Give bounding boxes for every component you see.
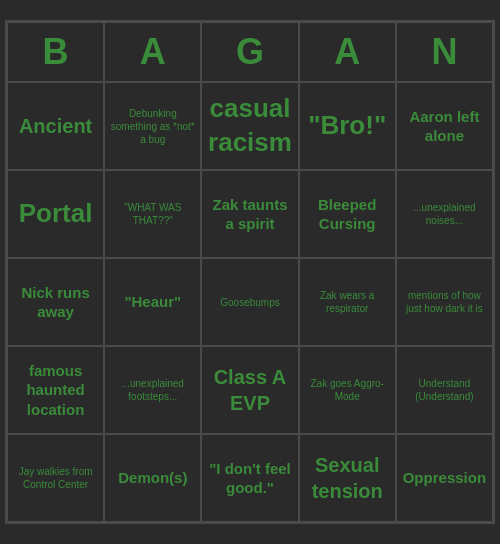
bingo-cell-8[interactable]: Bleeped Cursing <box>299 170 396 258</box>
bingo-cell-24[interactable]: Oppression <box>396 434 493 522</box>
bingo-cell-21[interactable]: Demon(s) <box>104 434 201 522</box>
bingo-cell-12[interactable]: Goosebumps <box>201 258 298 346</box>
header-g: G <box>201 22 298 82</box>
header-b: B <box>7 22 104 82</box>
bingo-header: B A G A N <box>7 22 493 82</box>
bingo-cell-19[interactable]: Understand (Understand) <box>396 346 493 434</box>
bingo-cell-20[interactable]: Jay walkies from Control Center <box>7 434 104 522</box>
bingo-cell-1[interactable]: Debunking something as *not* a bug <box>104 82 201 170</box>
bingo-cell-16[interactable]: ...unexplained footsteps... <box>104 346 201 434</box>
bingo-cell-7[interactable]: Zak taunts a spirit <box>201 170 298 258</box>
bingo-card: B A G A N AncientDebunking something as … <box>5 20 495 524</box>
bingo-cell-6[interactable]: "WHAT WAS THAT??" <box>104 170 201 258</box>
bingo-cell-15[interactable]: famous haunted location <box>7 346 104 434</box>
header-a2: A <box>299 22 396 82</box>
bingo-cell-18[interactable]: Zak goes Aggro-Mode <box>299 346 396 434</box>
bingo-cell-22[interactable]: "I don't feel good." <box>201 434 298 522</box>
bingo-cell-10[interactable]: Nick runs away <box>7 258 104 346</box>
bingo-cell-4[interactable]: Aaron left alone <box>396 82 493 170</box>
bingo-cell-3[interactable]: "Bro!" <box>299 82 396 170</box>
bingo-cell-13[interactable]: Zak wears a respirator <box>299 258 396 346</box>
bingo-cell-0[interactable]: Ancient <box>7 82 104 170</box>
bingo-cell-2[interactable]: casual racism <box>201 82 298 170</box>
header-a: A <box>104 22 201 82</box>
bingo-cell-17[interactable]: Class A EVP <box>201 346 298 434</box>
bingo-cell-9[interactable]: ...unexplained noises... <box>396 170 493 258</box>
bingo-grid: AncientDebunking something as *not* a bu… <box>7 82 493 522</box>
bingo-cell-5[interactable]: Portal <box>7 170 104 258</box>
header-n: N <box>396 22 493 82</box>
bingo-cell-11[interactable]: "Heaur" <box>104 258 201 346</box>
bingo-cell-23[interactable]: Sexual tension <box>299 434 396 522</box>
bingo-cell-14[interactable]: mentions of how just how dark it is <box>396 258 493 346</box>
